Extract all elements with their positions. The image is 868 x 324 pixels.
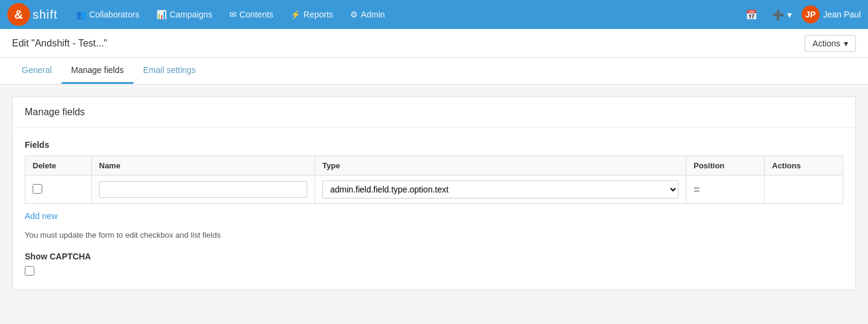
brand-name: shift xyxy=(33,8,58,22)
fields-section-label: Fields xyxy=(25,140,843,150)
nav-admin-label: Admin xyxy=(361,10,385,19)
actions-label: Actions xyxy=(812,39,840,48)
position-handle-icon[interactable]: = xyxy=(694,183,700,195)
name-cell xyxy=(92,176,315,204)
nav-reports[interactable]: ⚡Reports xyxy=(282,0,342,29)
table-header-row: Delete Name Type Position Actions xyxy=(25,156,843,176)
position-cell: = xyxy=(686,176,765,204)
nav-campaigns[interactable]: 📊Campaigns xyxy=(148,0,221,29)
brand-logo-link[interactable]: & shift xyxy=(7,3,58,26)
tab-manage-fields[interactable]: Manage fields xyxy=(62,58,133,84)
col-header-type: Type xyxy=(315,156,686,176)
nav-campaigns-label: Campaigns xyxy=(170,10,212,19)
user-menu[interactable]: JP Jean Paul xyxy=(802,5,861,24)
tab-manage-fields-label: Manage fields xyxy=(71,65,124,75)
tab-general[interactable]: General xyxy=(12,58,62,84)
col-header-name: Name xyxy=(92,156,315,176)
plus-dropdown-button[interactable]: ➕ ▾ xyxy=(767,7,796,23)
card-body: Fields Delete Name Type Position Actions xyxy=(13,128,855,290)
table-row: admin.field.field.type.option.text admin… xyxy=(25,176,843,204)
collaborators-icon: 👥 xyxy=(76,10,86,19)
captcha-checkbox[interactable] xyxy=(25,266,34,276)
tab-general-label: General xyxy=(22,65,52,75)
tab-email-settings[interactable]: Email settings xyxy=(133,58,205,84)
captcha-label: Show CAPTCHA xyxy=(25,252,843,261)
brand-icon: & xyxy=(7,3,30,26)
main-content: Manage fields Fields Delete Name Type Po… xyxy=(0,84,868,302)
type-select[interactable]: admin.field.field.type.option.text admin… xyxy=(322,180,678,199)
nav-reports-label: Reports xyxy=(304,10,333,19)
row-actions-cell xyxy=(765,176,843,204)
tab-email-settings-label: Email settings xyxy=(143,65,196,75)
user-initials: JP xyxy=(805,10,815,19)
nav-contents[interactable]: ✉Contents xyxy=(221,0,282,29)
nav-admin[interactable]: ⚙Admin xyxy=(342,0,394,29)
page-header: Edit "Andshift - Test..." Actions ▾ xyxy=(0,29,868,58)
help-text: You must update the form to edit checkbo… xyxy=(25,230,843,240)
card-title: Manage fields xyxy=(25,107,85,117)
nav-contents-label: Contents xyxy=(240,10,273,19)
delete-checkbox[interactable] xyxy=(33,184,42,194)
name-input[interactable] xyxy=(99,181,307,198)
add-new-link[interactable]: Add new xyxy=(25,211,57,221)
navbar: & shift 👥Collaborators 📊Campaigns ✉Conte… xyxy=(0,0,868,29)
card-header: Manage fields xyxy=(13,97,855,128)
user-name: Jean Paul xyxy=(823,10,861,19)
delete-cell xyxy=(25,176,92,204)
type-cell: admin.field.field.type.option.text admin… xyxy=(315,176,686,204)
fields-table: Delete Name Type Position Actions xyxy=(25,156,843,204)
col-header-delete: Delete xyxy=(25,156,92,176)
actions-chevron-icon: ▾ xyxy=(844,39,848,48)
manage-fields-card: Manage fields Fields Delete Name Type Po… xyxy=(12,97,856,290)
reports-icon: ⚡ xyxy=(290,10,301,19)
nav-collaborators[interactable]: 👥Collaborators xyxy=(68,0,148,29)
campaigns-icon: 📊 xyxy=(156,10,167,19)
actions-button[interactable]: Actions ▾ xyxy=(805,35,856,52)
nav-collaborators-label: Collaborators xyxy=(89,10,139,19)
captcha-section: Show CAPTCHA xyxy=(25,252,843,278)
page-title: Edit "Andshift - Test..." xyxy=(12,38,107,49)
add-new-label: Add new xyxy=(25,211,57,221)
contents-icon: ✉ xyxy=(229,10,237,19)
admin-icon: ⚙ xyxy=(350,10,358,19)
tabs-container: General Manage fields Email settings xyxy=(0,58,868,84)
col-header-position: Position xyxy=(686,156,765,176)
main-nav: 👥Collaborators 📊Campaigns ✉Contents ⚡Rep… xyxy=(68,0,741,29)
navbar-right: 📅 ➕ ▾ JP Jean Paul xyxy=(741,5,861,24)
calendar-button[interactable]: 📅 xyxy=(741,7,762,23)
user-avatar: JP xyxy=(802,5,820,24)
col-header-actions: Actions xyxy=(765,156,843,176)
